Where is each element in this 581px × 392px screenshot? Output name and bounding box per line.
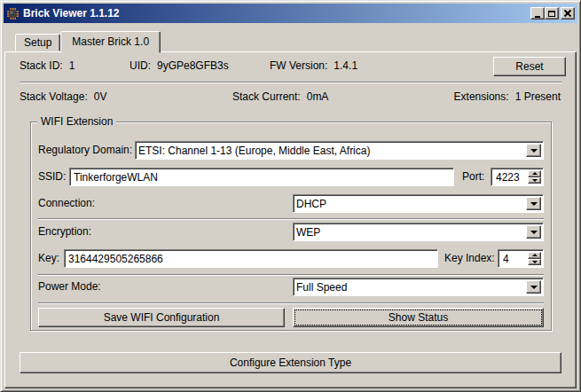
close-button[interactable] [561, 7, 575, 20]
separator [38, 218, 544, 220]
port-label: Port: [462, 168, 484, 186]
arrow-down-icon [532, 179, 538, 182]
tab-master-brick[interactable]: Master Brick 1.0 [60, 31, 161, 53]
stack-voltage-label: Stack Voltage: [20, 90, 88, 103]
key-index-spin-buttons [528, 252, 541, 265]
separator [38, 302, 544, 304]
stack-voltage: Stack Voltage:0V [20, 88, 106, 106]
tab-master-brick-label: Master Brick 1.0 [72, 35, 149, 48]
connection-value: DHCP [296, 196, 525, 211]
key-index-label: Key Index: [444, 249, 495, 268]
spin-down-button[interactable] [528, 177, 541, 184]
dropdown-button[interactable] [526, 225, 541, 239]
uid-label: UID: [130, 59, 151, 72]
key-index-spinner [498, 249, 544, 268]
app-window: Brick Viewer 1.1.12 Setup Master Brick 1… [0, 0, 581, 392]
master-brick-panel: Stack ID:1 UID:9yGPe8GFB3s FW Version:1.… [4, 51, 577, 388]
stack-id: Stack ID:1 [20, 57, 75, 75]
fw-version-label: FW Version: [270, 59, 327, 72]
tab-setup[interactable]: Setup [15, 34, 60, 51]
port-input[interactable] [492, 169, 528, 184]
separator [38, 274, 544, 276]
maximize-button[interactable] [545, 7, 559, 20]
key-input[interactable] [65, 251, 437, 268]
wifi-extension-group: WIFI Extension Regulatory Domain: ETSI: … [30, 122, 552, 331]
stack-current-label: Stack Current: [232, 90, 301, 103]
regulatory-domain-select[interactable]: ETSI: Channel 1-13 (Europe, Middle East,… [135, 141, 544, 160]
port-spin-buttons [528, 170, 541, 184]
tab-bar: Setup Master Brick 1.0 [4, 23, 577, 51]
separator [20, 82, 561, 83]
extensions-value: 1 Present [515, 90, 561, 103]
fw-version: FW Version:1.4.1 [270, 57, 357, 75]
close-icon [564, 10, 571, 17]
maximize-icon [548, 11, 555, 17]
encryption-select[interactable]: WEP [293, 223, 544, 241]
chip-icon [6, 7, 20, 20]
fw-version-value: 1.4.1 [334, 59, 357, 72]
ssid-input-wrap [69, 168, 454, 186]
show-status-button[interactable]: Show Status [293, 308, 544, 327]
chevron-down-icon [530, 149, 538, 153]
connection-select[interactable]: DHCP [293, 194, 544, 213]
regulatory-domain-label: Regulatory Domain: [38, 141, 132, 160]
stack-current-value: 0mA [307, 90, 329, 103]
encryption-value: WEP [296, 224, 525, 239]
chevron-down-icon [530, 286, 538, 289]
spin-up-button[interactable] [528, 252, 541, 259]
dropdown-button[interactable] [526, 280, 541, 294]
titlebar[interactable]: Brick Viewer 1.1.12 [4, 4, 577, 23]
stack-current: Stack Current:0mA [232, 88, 328, 106]
stack-id-label: Stack ID: [20, 59, 63, 72]
minimize-button[interactable] [530, 7, 545, 20]
arrow-up-icon [532, 172, 538, 175]
reset-button[interactable]: Reset [493, 57, 566, 76]
arrow-down-icon [532, 261, 538, 263]
dropdown-button[interactable] [526, 197, 541, 210]
encryption-label: Encryption: [38, 223, 91, 241]
ssid-input[interactable] [70, 169, 453, 186]
key-input-wrap [64, 249, 438, 268]
window-title: Brick Viewer 1.1.12 [23, 7, 530, 20]
save-wifi-configuration-button[interactable]: Save WIFI Configuration [38, 308, 285, 327]
chevron-down-icon [530, 231, 538, 234]
extensions-label: Extensions: [454, 90, 509, 103]
stack-id-value: 1 [69, 59, 75, 72]
uid-value: 9yGPe8GFB3s [157, 59, 229, 72]
uid: UID:9yGPe8GFB3s [130, 57, 229, 75]
tab-setup-label: Setup [24, 36, 51, 49]
connection-label: Connection: [38, 194, 95, 213]
stack-voltage-value: 0V [94, 90, 107, 103]
key-label: Key: [38, 249, 59, 268]
arrow-up-icon [532, 254, 538, 256]
chevron-down-icon [530, 202, 538, 206]
spin-down-button[interactable] [528, 259, 541, 266]
ssid-label: SSID: [38, 168, 66, 186]
power-mode-value: Full Speed [296, 279, 525, 294]
power-mode-select[interactable]: Full Speed [293, 278, 544, 296]
power-mode-label: Power Mode: [38, 278, 101, 296]
minimize-icon [535, 16, 540, 18]
dropdown-button[interactable] [526, 144, 541, 157]
regulatory-domain-value: ETSI: Channel 1-13 (Europe, Middle East,… [138, 143, 525, 158]
extensions: Extensions:1 Present [454, 88, 561, 106]
configure-extension-type-button[interactable]: Configure Extension Type [20, 352, 561, 373]
key-index-input[interactable] [499, 251, 528, 266]
port-spinner [491, 168, 544, 186]
wifi-extension-group-title: WIFI Extension [37, 115, 116, 128]
spin-up-button[interactable] [528, 170, 541, 177]
